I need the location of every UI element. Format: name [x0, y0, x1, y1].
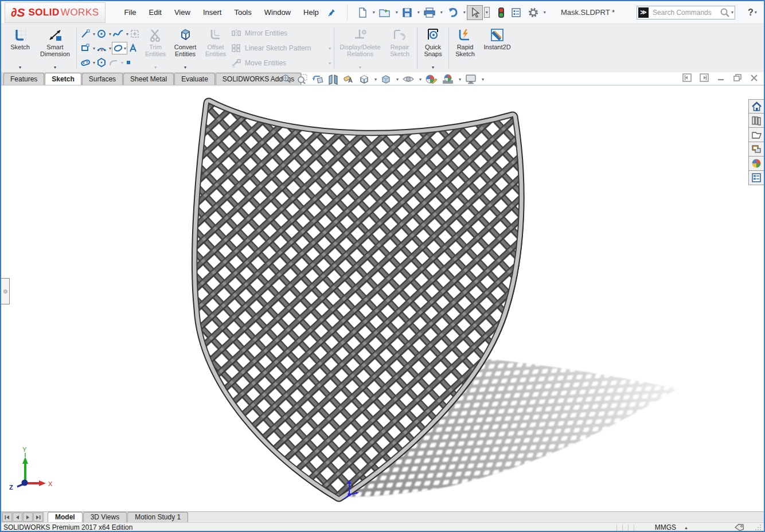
menu-tools[interactable]: Tools [229, 6, 256, 19]
magnifier-icon[interactable] [720, 7, 730, 18]
tab-surfaces[interactable]: Surfaces [82, 73, 123, 85]
line-caret-icon[interactable]: ▾ [93, 32, 95, 37]
solidworks-logo[interactable]: ∂S SOLID WORKS [5, 2, 106, 23]
feature-tree-splitter-handle[interactable] [1, 278, 10, 304]
ellipse-caret-icon[interactable]: ▾ [124, 46, 126, 51]
custom-properties-tab-button[interactable] [748, 171, 764, 185]
unit-system-selector[interactable]: MMGS ▲ [655, 523, 688, 531]
doc-close-icon[interactable] [750, 73, 758, 82]
design-library-tab-button[interactable] [748, 114, 764, 128]
gear-caret-icon[interactable]: ▾ [544, 10, 546, 15]
sketch-fillet-button[interactable] [108, 57, 119, 68]
menu-help[interactable]: Help [298, 6, 324, 19]
view-orientation-caret-icon[interactable]: ▾ [374, 77, 377, 82]
move-entities-button[interactable]: Move Entities ▾ [231, 57, 331, 69]
spline-tool-button[interactable] [112, 28, 124, 40]
options-list-icon[interactable] [508, 5, 524, 20]
text-tool-button[interactable] [128, 42, 138, 54]
help-caret-icon[interactable]: ▾ [755, 10, 757, 15]
display-delete-caret-icon[interactable]: ▾ [359, 65, 361, 70]
expand-right-pane-icon[interactable] [700, 73, 709, 82]
sketch-tool-button[interactable]: Sketch ▾ [5, 25, 36, 71]
select-caret-icon[interactable]: ▾ [484, 7, 490, 18]
previous-view-icon[interactable] [311, 73, 324, 85]
tab-sheet-metal[interactable]: Sheet Metal [123, 73, 174, 85]
ellipse-tool-button[interactable]: ▾ [112, 42, 127, 54]
previous-tab-button[interactable] [13, 513, 22, 522]
collapse-left-pane-icon[interactable] [682, 73, 692, 82]
save-caret-icon[interactable]: ▾ [417, 10, 420, 15]
linear-pattern-caret-icon[interactable]: ▾ [329, 46, 331, 51]
trim-entities-button[interactable]: Trim Entities ▾ [142, 25, 169, 71]
menu-edit[interactable]: Edit [144, 6, 167, 19]
select-entities-icon[interactable] [129, 28, 140, 40]
move-caret-icon[interactable]: ▾ [329, 61, 331, 66]
edit-appearance-icon[interactable] [424, 73, 438, 85]
open-button[interactable] [376, 5, 393, 20]
arc-caret-icon[interactable]: ▾ [109, 46, 111, 51]
display-delete-relations-button[interactable]: Display/Delete Relations ▾ [336, 25, 384, 71]
view-annotations-icon[interactable] [342, 73, 355, 85]
display-style-icon[interactable] [380, 73, 392, 85]
smart-dimension-button[interactable]: Smart Dimension ▾ [36, 25, 75, 71]
menu-file[interactable]: File [119, 6, 142, 19]
solidworks-search-icon[interactable]: ≫ [638, 7, 649, 18]
search-input[interactable] [651, 8, 720, 17]
circle-caret-icon[interactable]: ▾ [109, 32, 111, 37]
next-tab-button[interactable] [23, 513, 33, 522]
fillet-caret-icon[interactable]: ▾ [121, 60, 123, 65]
search-caret-icon[interactable]: ▾ [731, 10, 733, 15]
home-tab-button[interactable] [748, 99, 764, 114]
zoom-to-area-icon[interactable] [296, 73, 309, 85]
slot-caret-icon[interactable]: ▾ [93, 60, 95, 65]
help-button[interactable]: ? [748, 7, 754, 18]
undo-button[interactable] [444, 5, 461, 20]
instant2d-button[interactable]: Instant2D [479, 25, 515, 71]
apply-scene-icon[interactable] [441, 73, 455, 85]
tab-evaluate[interactable]: Evaluate [174, 73, 215, 85]
quick-snaps-button[interactable]: Quick Snaps ▾ [419, 25, 447, 71]
new-caret-icon[interactable]: ▾ [373, 10, 375, 15]
rectangle-caret-icon[interactable]: ▾ [93, 46, 95, 51]
smart-dimension-caret-icon[interactable]: ▾ [54, 65, 56, 70]
tab-motion-study-1[interactable]: Motion Study 1 [127, 512, 188, 522]
resize-grip[interactable] [755, 524, 762, 531]
spline-caret-icon[interactable]: ▾ [126, 32, 128, 37]
new-document-button[interactable] [354, 5, 370, 20]
tab-3d-views[interactable]: 3D Views [83, 512, 127, 522]
view-orientation-icon[interactable] [358, 73, 370, 85]
doc-restore-icon[interactable] [733, 73, 742, 82]
print-caret-icon[interactable]: ▾ [440, 10, 443, 15]
convert-entities-button[interactable]: Convert Entities ▾ [169, 25, 201, 71]
quick-snaps-caret-icon[interactable]: ▾ [432, 65, 434, 70]
offset-entities-button[interactable]: Offset Entities [201, 25, 230, 71]
zoom-to-fit-icon[interactable] [280, 73, 293, 85]
slot-tool-button[interactable] [80, 57, 91, 68]
sketch-caret-icon[interactable]: ▾ [19, 65, 21, 70]
line-tool-button[interactable] [80, 28, 91, 40]
convert-caret-icon[interactable]: ▾ [184, 65, 186, 70]
last-tab-button[interactable] [33, 513, 43, 522]
repair-sketch-button[interactable]: Repair Sketch [384, 25, 415, 71]
appearances-scenes-tab-button[interactable] [748, 157, 764, 171]
print-button[interactable] [421, 5, 438, 20]
menu-insert[interactable]: Insert [198, 6, 227, 19]
gear-options-icon[interactable] [525, 5, 541, 20]
graphics-area[interactable]: Y X Z [1, 85, 764, 511]
first-tab-button[interactable] [2, 513, 12, 522]
rectangle-tool-button[interactable] [80, 42, 91, 54]
tab-features[interactable]: Features [3, 73, 44, 85]
undo-caret-icon[interactable]: ▾ [463, 10, 466, 15]
open-caret-icon[interactable]: ▾ [396, 10, 398, 15]
save-button[interactable] [399, 5, 415, 20]
tab-sketch[interactable]: Sketch [45, 73, 81, 85]
view-palette-tab-button[interactable] [748, 142, 764, 157]
pin-menu-icon[interactable] [327, 8, 337, 17]
mirror-entities-button[interactable]: Mirror Entities [231, 28, 331, 39]
point-tool-button[interactable] [124, 58, 133, 67]
view-settings-icon[interactable] [464, 73, 478, 85]
file-explorer-tab-button[interactable] [748, 128, 764, 142]
polygon-tool-button[interactable] [96, 57, 107, 68]
menu-window[interactable]: Window [259, 6, 296, 19]
interference-check-icon[interactable] [495, 5, 507, 20]
